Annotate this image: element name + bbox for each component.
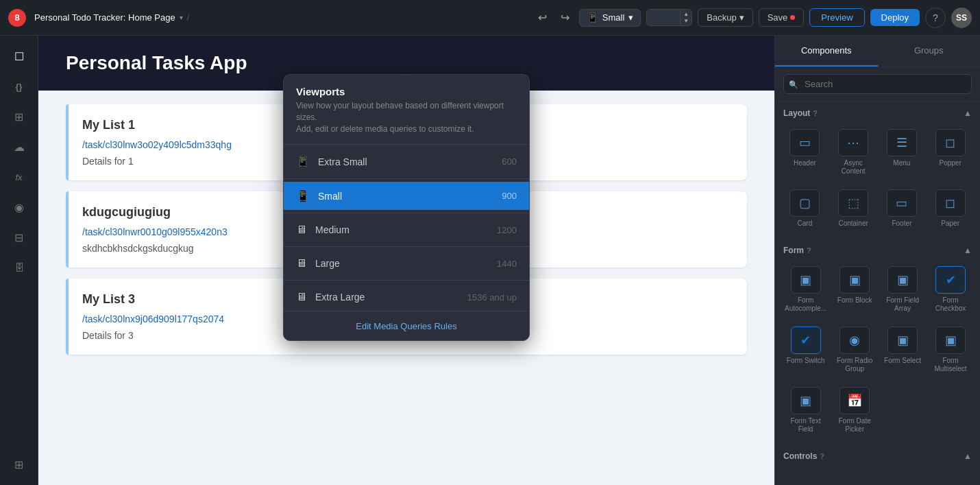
search-input[interactable]: [783, 74, 972, 94]
viewport-option-value: 1440: [497, 259, 517, 269]
form-label-form-radio: Form Radio Group: [835, 357, 874, 373]
form-component-form-select[interactable]: ▣ Form Select: [881, 322, 924, 377]
sidebar-icon-cloud[interactable]: ☁: [7, 134, 32, 159]
viewport-option-large[interactable]: 🖥 Large 1440: [284, 250, 529, 277]
save-button[interactable]: Save: [759, 8, 805, 27]
viewport-option-icon: 📱: [296, 155, 310, 168]
sidebar-icon-table[interactable]: ⊟: [7, 225, 32, 250]
right-sidebar: Components Groups Layout ? ▲ ▭ Header ⋯ …: [774, 36, 980, 485]
avatar: SS: [951, 8, 972, 28]
viewport-option-name: Extra Large: [315, 292, 459, 303]
form-help[interactable]: ?: [807, 246, 811, 255]
form-component-form-multiselect[interactable]: ▣ Form Multiselect: [929, 322, 972, 377]
backup-button[interactable]: Backup ▾: [698, 8, 752, 27]
viewport-option-name: Extra Small: [318, 156, 493, 167]
app-badge: 8: [8, 9, 26, 27]
form-component-form-checkbox[interactable]: ✔ Form Checkbox: [929, 262, 972, 317]
layout-component-async[interactable]: ⋯ Async Content: [832, 125, 875, 180]
viewport-option-extra-large[interactable]: 🖥 Extra Large 1536 and up: [284, 283, 529, 311]
left-sidebar: ☐ {} ⊞ ☁ fx ◉ ⊟ 🗄 ⊞: [0, 36, 38, 485]
viewport-option-extra-small[interactable]: 📱 Extra Small 600: [284, 147, 529, 176]
form-label-form-checkbox: Form Checkbox: [931, 296, 970, 313]
sidebar-icon-settings[interactable]: ⊞: [7, 452, 32, 477]
form-label-form-text: Form Text Field: [785, 417, 826, 434]
vd-item-divider: [284, 280, 529, 281]
layout-icon-container: ⬚: [838, 189, 868, 217]
sidebar-icon-page[interactable]: ☐: [7, 44, 32, 69]
viewport-selector[interactable]: 📱 Small ▾: [579, 9, 641, 27]
tab-groups[interactable]: Groups: [878, 36, 981, 67]
controls-section: Controls ? ▲: [775, 445, 980, 475]
layout-component-footer[interactable]: ▭ Footer: [881, 185, 924, 232]
controls-collapse[interactable]: ▲: [964, 451, 972, 461]
layout-component-menu[interactable]: ☰ Menu: [881, 125, 924, 180]
width-input: 900 ▲ ▼: [646, 9, 692, 26]
sidebar-icon-database[interactable]: 🗄: [7, 255, 32, 280]
layout-component-paper[interactable]: ◻ Paper: [929, 185, 972, 232]
main-layout: ☐ {} ⊞ ☁ fx ◉ ⊟ 🗄 ⊞ Personal Tasks App M…: [0, 36, 980, 485]
form-icon-form-switch: ✔: [791, 327, 821, 354]
viewport-option-value: 1536 and up: [467, 292, 517, 303]
dropdown-arrow: [401, 74, 412, 75]
vd-title: Viewports: [296, 86, 517, 97]
layout-label-header: Header: [794, 159, 816, 167]
layout-component-card[interactable]: ▢ Card: [783, 185, 826, 232]
form-component-form-switch[interactable]: ✔ Form Switch: [783, 322, 828, 377]
form-collapse[interactable]: ▲: [964, 246, 972, 255]
tab-components[interactable]: Components: [775, 36, 878, 67]
help-button[interactable]: ?: [925, 8, 946, 28]
vd-item-divider: [284, 178, 529, 179]
form-component-form-field-array[interactable]: ▣ Form Field Array: [881, 262, 924, 317]
preview-button[interactable]: Preview: [809, 8, 864, 27]
backup-label: Backup: [707, 12, 736, 23]
form-label-form-select: Form Select: [884, 357, 921, 365]
form-component-form-date[interactable]: 📅 Form Date Picker: [833, 383, 876, 438]
controls-section-header: Controls ? ▲: [783, 451, 972, 461]
form-component-form-auto[interactable]: ▣ Form Autocomple...: [783, 262, 828, 317]
controls-section-title: Controls ?: [783, 451, 824, 461]
form-icon-form-auto: ▣: [791, 266, 821, 294]
width-value[interactable]: 900: [647, 10, 680, 25]
backup-chevron: ▾: [739, 12, 744, 23]
deploy-button[interactable]: Deploy: [870, 9, 920, 26]
sidebar-icon-function[interactable]: fx: [7, 165, 32, 189]
spinners: ▲ ▼: [680, 11, 691, 25]
form-icon-form-checkbox: ✔: [935, 266, 966, 294]
form-icon-form-block: ▣: [840, 266, 870, 294]
form-label-form-field-array: Form Field Array: [883, 296, 922, 313]
layout-collapse[interactable]: ▲: [964, 108, 972, 118]
layout-component-header[interactable]: ▭ Header: [783, 125, 826, 180]
undo-button[interactable]: ↩: [534, 8, 551, 27]
topbar-controls: ↩ ↪ 📱 Small ▾ 900 ▲ ▼ Backup ▾ Save Prev…: [534, 8, 972, 28]
edit-media-queries-link[interactable]: Edit Media Queries Rules: [356, 321, 456, 331]
viewport-option-medium[interactable]: 🖥 Medium 1200: [284, 216, 529, 244]
layout-help[interactable]: ?: [813, 109, 818, 117]
form-component-form-block[interactable]: ▣ Form Block: [833, 262, 876, 317]
canvas-area: Personal Tasks App My List 1 /task/cl30l…: [38, 36, 774, 485]
redo-button[interactable]: ↪: [556, 8, 574, 27]
form-icon-form-text: ▣: [791, 387, 821, 414]
form-component-form-radio[interactable]: ◉ Form Radio Group: [833, 322, 876, 377]
sidebar-icon-code[interactable]: {}: [7, 74, 32, 99]
title-chevron[interactable]: ▾: [180, 14, 183, 21]
form-icon-form-select: ▣: [887, 327, 918, 354]
width-down[interactable]: ▼: [681, 18, 691, 25]
viewport-option-icon: 🖥: [296, 224, 307, 236]
width-up[interactable]: ▲: [681, 11, 691, 18]
layout-component-popper[interactable]: ◻ Popper: [929, 125, 972, 180]
page-name: Personal Todo Tracker: Home Page: [34, 12, 175, 23]
viewport-option-small[interactable]: 📱 Small 900: [284, 182, 529, 210]
viewport-option-name: Large: [315, 258, 489, 269]
layout-label-paper: Paper: [941, 220, 959, 228]
page-title: Personal Tasks App: [66, 52, 747, 74]
controls-help[interactable]: ?: [820, 452, 824, 460]
viewport-dropdown: Viewports View how your layout behave ba…: [283, 74, 530, 341]
sidebar-icon-components[interactable]: ⊞: [7, 104, 32, 129]
layout-component-container[interactable]: ⬚ Container: [832, 185, 875, 232]
form-component-form-text[interactable]: ▣ Form Text Field: [783, 383, 828, 438]
vd-item-divider: [284, 246, 529, 247]
search-bar: [775, 67, 980, 102]
sidebar-icon-palette[interactable]: ◉: [7, 195, 32, 220]
viewport-option-name: Medium: [315, 224, 489, 235]
layout-icon-menu: ☰: [887, 129, 917, 156]
